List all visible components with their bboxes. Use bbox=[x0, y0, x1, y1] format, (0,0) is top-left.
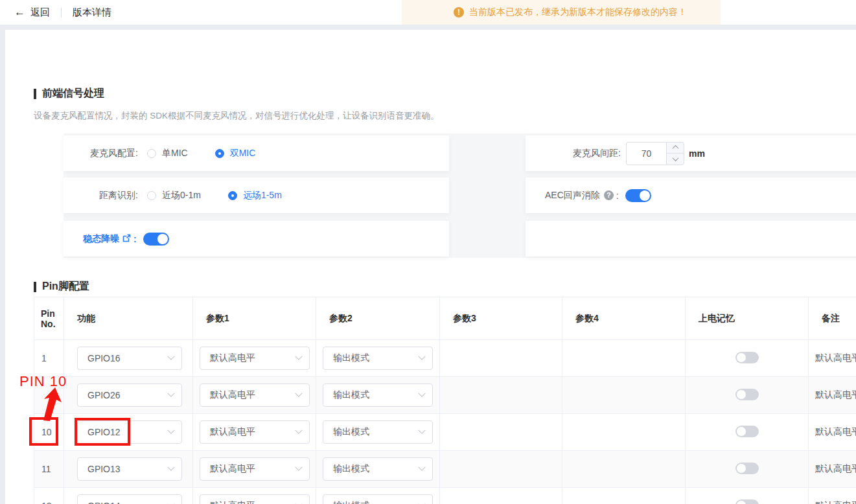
distance-recognition-label: 距离识别: bbox=[64, 190, 138, 201]
param2-select[interactable]: 输出模式 bbox=[323, 457, 433, 481]
aec-label: AEC回声消除 bbox=[545, 190, 600, 201]
col-header-param1: 参数1 bbox=[193, 297, 316, 340]
param4-cell bbox=[562, 377, 686, 414]
radio-icon-selected[interactable] bbox=[228, 191, 237, 200]
memory-toggle[interactable] bbox=[735, 463, 759, 474]
param1-select[interactable]: 默认高电平 bbox=[200, 457, 310, 481]
mic-config-radio-group: 单MIC 双MIC bbox=[147, 148, 255, 159]
empty-card bbox=[526, 221, 856, 257]
stepper-buttons bbox=[666, 142, 684, 165]
memory-toggle[interactable] bbox=[735, 389, 759, 400]
param3-cell bbox=[440, 414, 562, 451]
param1-select[interactable]: 默认高电平 bbox=[200, 494, 310, 504]
help-icon[interactable]: ? bbox=[604, 190, 614, 200]
col-header-note: 备注 bbox=[809, 297, 856, 340]
select-value: GPIO12 bbox=[87, 427, 121, 437]
param4-cell bbox=[562, 340, 686, 377]
memory-toggle[interactable] bbox=[735, 499, 759, 504]
radio-dual-mic[interactable]: 双MIC bbox=[215, 148, 256, 159]
col-header-param4: 参数4 bbox=[562, 297, 686, 340]
param2-select[interactable]: 输出模式 bbox=[323, 384, 433, 407]
select-value: 输出模式 bbox=[333, 352, 369, 364]
stepper-down-button[interactable] bbox=[667, 153, 684, 165]
func-select[interactable]: GPIO14 bbox=[77, 494, 182, 504]
param1-select[interactable]: 默认高电平 bbox=[200, 384, 310, 407]
note-text: 默认高电平 bbox=[809, 340, 856, 377]
col-header-memory: 上电记忆 bbox=[686, 297, 809, 340]
chevron-down-icon bbox=[418, 501, 425, 504]
mic-distance-stepper[interactable]: 70 bbox=[626, 142, 684, 165]
note-text: 默认高电平 bbox=[809, 488, 856, 504]
note-text: 默认高电平 bbox=[809, 377, 856, 414]
toggle-knob bbox=[640, 190, 650, 201]
back-arrow-icon: ← bbox=[14, 6, 25, 19]
radio-icon-selected[interactable] bbox=[215, 149, 224, 158]
divider bbox=[61, 8, 62, 17]
memory-toggle[interactable] bbox=[735, 352, 759, 363]
section-desc-frontend: 设备麦克风配置情况，封装的 SDK根据不同麦克风情况，对信号进行优化处理，让设备… bbox=[34, 110, 439, 122]
radio-single-mic[interactable]: 单MIC bbox=[147, 148, 188, 159]
func-select[interactable]: GPIO12 bbox=[77, 420, 182, 444]
func-select[interactable]: GPIO16 bbox=[77, 347, 182, 370]
param2-select[interactable]: 输出模式 bbox=[323, 347, 433, 370]
select-value: GPIO16 bbox=[87, 353, 121, 363]
back-label: 返回 bbox=[30, 6, 50, 19]
param3-cell bbox=[440, 488, 562, 504]
chevron-down-icon bbox=[295, 353, 302, 360]
caret-down-icon bbox=[672, 155, 678, 161]
table-row: 1 GPIO16 默认高电平 输出模式 默认高电平 bbox=[34, 340, 856, 377]
aec-card: AEC回声消除 ? : bbox=[526, 178, 856, 213]
select-value: 输出模式 bbox=[333, 463, 369, 475]
note-text: 默认高电平 bbox=[809, 414, 856, 451]
chevron-down-icon bbox=[167, 390, 174, 397]
colon: : bbox=[616, 190, 619, 201]
select-value: 默认高电平 bbox=[210, 352, 255, 364]
param2-select[interactable]: 输出模式 bbox=[323, 494, 433, 504]
mic-distance-label: 麦克风间距: bbox=[526, 148, 621, 159]
toggle-knob bbox=[737, 390, 746, 399]
param3-cell bbox=[440, 377, 562, 414]
noise-reduction-link[interactable]: 稳态降噪 bbox=[83, 233, 119, 245]
param1-select[interactable]: 默认高电平 bbox=[200, 420, 310, 444]
memory-toggle[interactable] bbox=[735, 426, 759, 437]
select-value: GPIO13 bbox=[87, 464, 121, 474]
param2-select[interactable]: 输出模式 bbox=[323, 420, 433, 444]
pin-number: 12 bbox=[34, 488, 64, 504]
col-header-param3: 参数3 bbox=[440, 297, 562, 340]
select-value: GPIO26 bbox=[87, 390, 121, 400]
radio-near-field[interactable]: 近场0-1m bbox=[147, 190, 201, 201]
radio-far-field[interactable]: 远场1-5m bbox=[228, 190, 282, 201]
func-select[interactable]: GPIO13 bbox=[77, 457, 182, 481]
pin-number: 11 bbox=[34, 451, 64, 488]
external-link-icon[interactable] bbox=[122, 234, 131, 244]
stepper-up-button[interactable] bbox=[667, 143, 684, 154]
func-select[interactable]: GPIO26 bbox=[77, 384, 182, 407]
radio-label-far-field[interactable]: 远场1-5m bbox=[243, 190, 282, 201]
select-value: 默认高电平 bbox=[210, 500, 255, 504]
radio-icon-unselected[interactable] bbox=[147, 149, 156, 158]
back-button[interactable]: ← 返回 bbox=[14, 6, 50, 19]
pin-number: 10 bbox=[34, 414, 64, 451]
toggle-knob bbox=[737, 353, 746, 362]
select-value: 输出模式 bbox=[333, 500, 369, 504]
chevron-down-icon bbox=[295, 464, 302, 471]
aec-toggle[interactable] bbox=[625, 189, 651, 202]
toggle-knob bbox=[737, 464, 746, 473]
pin-number bbox=[34, 377, 64, 414]
col-header-param2: 参数2 bbox=[316, 297, 440, 340]
distance-radio-group: 近场0-1m 远场1-5m bbox=[147, 190, 282, 201]
noise-reduction-toggle[interactable] bbox=[143, 233, 169, 246]
radio-icon-unselected[interactable] bbox=[147, 191, 156, 200]
note-text: 默认高电平 bbox=[809, 451, 856, 488]
radio-label-dual-mic[interactable]: 双MIC bbox=[230, 148, 256, 159]
mic-distance-input[interactable]: 70 bbox=[626, 142, 666, 165]
select-value: 默认高电平 bbox=[210, 389, 255, 401]
radio-label-single-mic[interactable]: 单MIC bbox=[162, 148, 188, 159]
table-row: 11 GPIO13 默认高电平 输出模式 默认高电平 bbox=[34, 451, 856, 488]
param1-select[interactable]: 默认高电平 bbox=[200, 347, 310, 370]
section-title-frontend: 前端信号处理 bbox=[34, 87, 104, 100]
pin-number: 1 bbox=[34, 340, 64, 377]
toggle-knob bbox=[737, 427, 746, 436]
param3-cell bbox=[440, 340, 562, 377]
radio-label-near-field[interactable]: 近场0-1m bbox=[162, 190, 201, 201]
